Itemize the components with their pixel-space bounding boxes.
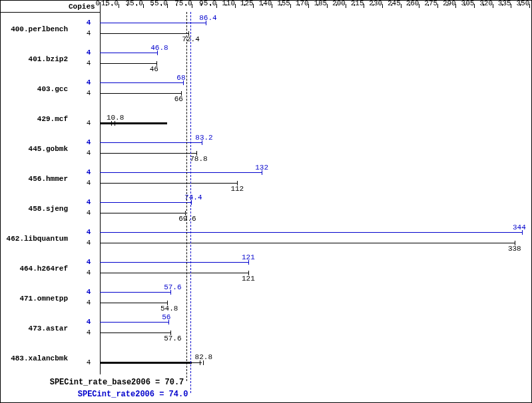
- x-minor-tick: [201, 4, 202, 6]
- copies-base: 4: [83, 59, 94, 67]
- x-tick-label: 350: [517, 0, 533, 7]
- x-minor-tick: [447, 4, 447, 6]
- x-tick-label: 260: [406, 0, 426, 7]
- peak-bar: [100, 53, 157, 53]
- benchmark-label: 403.gcc: [1, 85, 68, 93]
- base-score-label: SPECint_rate_base2006 = 70.7: [50, 378, 184, 387]
- benchmark-label: 471.omnetpp: [1, 295, 68, 303]
- copies-header: Copies: [69, 3, 95, 11]
- x-minor-tick: [262, 4, 263, 6]
- copies-base: 4: [83, 239, 94, 247]
- copies-base: 4: [83, 149, 94, 157]
- x-minor-tick: [392, 4, 392, 6]
- peak-value-label: 132: [255, 164, 268, 172]
- base-value-label: 10.8: [107, 114, 124, 122]
- benchmark-label: 458.sjeng: [1, 205, 68, 213]
- copies-peak: 4: [83, 318, 94, 326]
- base-bar: [100, 243, 515, 243]
- copies-peak: 4: [83, 49, 94, 57]
- base-value-label: 69.6: [178, 215, 196, 223]
- x-tick-label: 35.0: [126, 0, 146, 7]
- peak-bar: [100, 172, 262, 173]
- benchmark-label: 429.mcf: [1, 115, 68, 123]
- copies-peak: 4: [83, 138, 94, 146]
- peak-value-label: 83.2: [195, 134, 212, 142]
- base-bar-thick: [100, 122, 167, 124]
- x-minor-tick: [127, 4, 128, 6]
- x-tick-label: 95.0: [199, 0, 219, 7]
- x-minor-tick: [336, 4, 337, 6]
- peak-value-label: 46.8: [150, 44, 168, 52]
- base-value-label: 338: [508, 245, 521, 253]
- x-tick-label: 185: [314, 0, 334, 7]
- copies-peak: 4: [83, 288, 94, 296]
- copies-peak: 4: [83, 198, 94, 206]
- header-separator: [0, 12, 100, 13]
- base-score-vline: [186, 12, 187, 381]
- copies-base: 4: [83, 299, 94, 307]
- peak-bar: [100, 322, 168, 323]
- copies-base: 4: [83, 179, 94, 187]
- benchmark-label: 401.bzip2: [1, 55, 68, 63]
- x-minor-tick: [409, 4, 410, 6]
- base-dbl-tick: [203, 360, 204, 365]
- x-tick-label: 125: [240, 0, 260, 7]
- base-bar: [100, 63, 156, 64]
- frame-left: [0, 0, 1, 403]
- copies-base: 4: [83, 89, 94, 97]
- base-bar: [100, 333, 170, 333]
- peak-value-label: 86.4: [199, 14, 216, 22]
- benchmark-label: 464.h264ref: [1, 265, 68, 273]
- x-minor-tick: [318, 4, 318, 6]
- x-minor-tick: [136, 4, 137, 6]
- x-tick-label: 140: [259, 0, 279, 7]
- base-bar: [100, 213, 185, 213]
- x-minor-tick: [226, 4, 226, 6]
- base-dbl-tick: [200, 360, 200, 365]
- x-tick-label: 335: [498, 0, 518, 7]
- copies-base: 4: [83, 29, 94, 37]
- copies-peak: 4: [83, 228, 94, 236]
- x-minor-tick: [465, 4, 465, 6]
- copies-base: 4: [83, 209, 94, 217]
- base-bar-thick: [100, 362, 192, 364]
- benchmark-label: 483.xalancbmk: [1, 354, 68, 362]
- x-minor-tick: [176, 4, 177, 6]
- x-tick-label: 245: [388, 0, 407, 7]
- x-minor-tick: [161, 4, 162, 6]
- copies-base: 4: [83, 119, 94, 127]
- x-tick-label: 110: [222, 0, 242, 7]
- x-minor-tick: [502, 4, 503, 6]
- base-value-label: 66: [174, 95, 183, 103]
- copies-peak: 4: [83, 78, 94, 86]
- x-tick-label: 290: [443, 0, 463, 7]
- x-tick-label: 320: [479, 0, 499, 7]
- base-value-label: 46: [150, 65, 158, 73]
- peak-score-vline: [190, 12, 191, 393]
- base-dbl-tick: [111, 121, 112, 126]
- x-tick-label: 200: [332, 0, 352, 7]
- x-minor-tick: [520, 4, 521, 6]
- x-minor-tick: [244, 4, 245, 6]
- peak-bar: [100, 82, 183, 83]
- peak-value-label: 68: [176, 74, 185, 82]
- base-value-label: 57.6: [164, 335, 181, 342]
- peak-value-label: 121: [242, 253, 255, 261]
- copies-peak: 4: [83, 258, 94, 266]
- x-tick-label: 55.0: [150, 0, 170, 7]
- base-value-label: 82.8: [195, 353, 212, 361]
- x-minor-tick: [354, 4, 355, 6]
- peak-value-label: 57.6: [164, 283, 181, 291]
- base-bar: [100, 183, 237, 184]
- x-minor-tick: [428, 4, 429, 6]
- peak-value-label: 56: [162, 313, 170, 321]
- x-minor-tick: [106, 4, 107, 6]
- benchmark-label: 456.hmmer: [1, 175, 68, 183]
- peak-bar: [100, 262, 248, 263]
- copies-peak: 4: [83, 19, 94, 27]
- x-tick-label: 305: [461, 0, 481, 7]
- x-minor-tick: [299, 4, 300, 6]
- base-value-label: 54.8: [160, 305, 178, 313]
- x-minor-tick: [152, 4, 152, 6]
- peak-bar: [100, 23, 206, 23]
